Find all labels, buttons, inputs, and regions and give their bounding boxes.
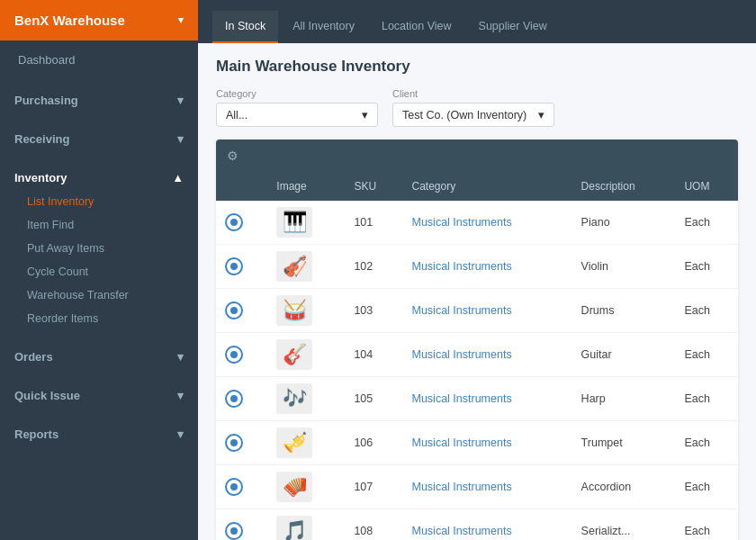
client-select-value: Test Co. (Own Inventory) [402,109,526,122]
sidebar-subitem-put-away[interactable]: Put Away Items [0,237,198,260]
inventory-label: Inventory [14,171,68,184]
row-radio-3[interactable] [216,333,267,377]
row-uom-4: Each [675,377,738,421]
sidebar-subitem-item-find[interactable]: Item Find [0,213,198,237]
instrument-icon-1: 🎻 [283,255,307,278]
inventory-table: Image SKU Category Description UOM 🎹 [216,172,738,540]
row-sku-5: 106 [345,421,402,465]
instrument-icon-5: 🎺 [283,431,307,454]
col-description: Description [572,172,676,201]
sidebar-nav: Dashboard Purchasing ▾ Receiving ▾ [0,40,198,540]
sidebar-subitem-cycle-count[interactable]: Cycle Count [0,260,198,284]
row-description-7: Serializt... [572,509,676,541]
sidebar-item-purchasing[interactable]: Purchasing ▾ [0,85,198,112]
row-category-7[interactable]: Musical Instruments [403,509,572,541]
row-image-5: 🎺 [267,421,345,465]
table-row: 🎺 106 Musical Instruments Trumpet Each [216,421,738,465]
instrument-icon-2: 🥁 [283,299,307,322]
tab-location-view-label: Location View [382,20,452,32]
col-select [216,172,267,201]
row-radio-5[interactable] [216,421,267,465]
reports-label: Reports [14,428,58,441]
table-row: 🪗 107 Musical Instruments Accordion Each [216,465,738,509]
sidebar-section-inventory: Inventory ▲ List Inventory Item Find Put… [0,157,198,336]
app-wrapper: BenX Warehouse ▾ Dashboard Purchasing ▾ [0,0,756,540]
row-uom-0: Each [675,201,738,245]
sidebar-logo[interactable]: BenX Warehouse ▾ [0,0,198,40]
tab-location-view[interactable]: Location View [369,11,464,43]
row-sku-3: 104 [345,333,402,377]
client-filter-group: Client Test Co. (Own Inventory) ▾ [392,88,554,127]
sidebar-section-receiving: Receiving ▾ [0,118,198,157]
row-category-2[interactable]: Musical Instruments [403,289,572,333]
logo-text: BenX Warehouse [14,13,125,28]
sidebar-section-quick-issue: Quick Issue ▾ [0,374,198,413]
tab-in-stock[interactable]: In Stock [212,11,278,43]
row-radio-4[interactable] [216,377,267,421]
main-content: In Stock All Inventory Location View Sup… [198,0,756,540]
orders-chevron-icon: ▾ [177,350,184,364]
sidebar-item-quick-issue[interactable]: Quick Issue ▾ [0,380,198,408]
sidebar-subitem-warehouse-transfer[interactable]: Warehouse Transfer [0,284,198,307]
category-select[interactable]: All... ▾ [216,103,378,127]
row-image-7: 🎵 [267,509,345,541]
row-category-1[interactable]: Musical Instruments [403,245,572,289]
row-description-3: Guitar [572,333,676,377]
row-category-6[interactable]: Musical Instruments [403,465,572,509]
tab-supplier-view[interactable]: Supplier View [466,11,560,43]
row-category-4[interactable]: Musical Instruments [403,377,572,421]
reports-chevron-icon: ▾ [177,428,184,441]
sidebar-section-reports: Reports ▾ [0,413,198,452]
sidebar-item-receiving[interactable]: Receiving ▾ [0,123,198,151]
client-filter-label: Client [392,88,554,99]
quick-issue-chevron-icon: ▾ [177,389,184,402]
row-uom-6: Each [675,465,738,509]
row-radio-0[interactable] [216,201,267,245]
category-chevron-icon: ▾ [362,108,368,122]
tab-all-inventory[interactable]: All Inventory [280,11,367,43]
instrument-icon-3: 🎸 [283,343,307,366]
tab-supplier-view-label: Supplier View [479,20,547,32]
row-uom-5: Each [675,421,738,465]
sidebar-item-inventory[interactable]: Inventory ▲ [0,162,198,190]
row-image-3: 🎸 [267,333,345,377]
top-nav: In Stock All Inventory Location View Sup… [198,0,756,43]
sidebar-subitem-list-inventory[interactable]: List Inventory [0,190,198,213]
row-radio-6[interactable] [216,465,267,509]
col-category: Category [403,172,572,201]
row-sku-7: 108 [345,509,402,541]
sidebar-section-orders: Orders ▾ [0,336,198,374]
table-settings-icon[interactable]: ⚙ [227,148,238,163]
filters-row: Category All... ▾ Client Test Co. (Own I… [216,88,738,127]
row-sku-2: 103 [345,289,402,333]
instrument-icon-7: 🎵 [283,519,307,540]
table-row: 🎸 104 Musical Instruments Guitar Each [216,333,738,377]
row-category-3[interactable]: Musical Instruments [403,333,572,377]
row-description-0: Piano [572,201,676,245]
inner-app: BenX Warehouse ▾ Dashboard Purchasing ▾ [0,0,756,540]
instrument-icon-4: 🎶 [283,387,307,410]
page-title: Main Warehouse Inventory [216,58,738,76]
row-radio-7[interactable] [216,509,267,541]
row-radio-2[interactable] [216,289,267,333]
col-uom: UOM [675,172,738,201]
sidebar-item-orders[interactable]: Orders ▾ [0,341,198,369]
table-row: 🎵 108 Musical Instruments Serializt... E… [216,509,738,541]
sidebar-item-dashboard[interactable]: Dashboard [0,46,198,74]
row-description-2: Drums [572,289,676,333]
col-image: Image [267,172,345,201]
row-sku-6: 107 [345,465,402,509]
sidebar-item-reports[interactable]: Reports ▾ [0,418,198,446]
client-chevron-icon: ▾ [538,108,544,122]
table-row: 🥁 103 Musical Instruments Drums Each [216,289,738,333]
row-uom-7: Each [675,509,738,541]
row-uom-3: Each [675,333,738,377]
sidebar-subitem-reorder-items[interactable]: Reorder Items [0,307,198,330]
orders-label: Orders [14,350,53,364]
col-sku: SKU [345,172,402,201]
row-category-5[interactable]: Musical Instruments [403,421,572,465]
client-select[interactable]: Test Co. (Own Inventory) ▾ [392,103,554,127]
row-uom-2: Each [675,289,738,333]
row-radio-1[interactable] [216,245,267,289]
row-category-0[interactable]: Musical Instruments [403,201,572,245]
